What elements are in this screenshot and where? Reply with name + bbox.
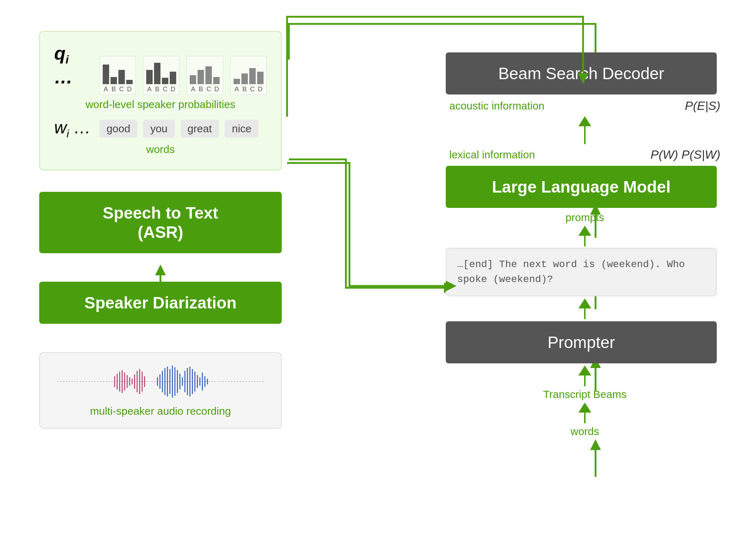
svg-rect-40 [182, 377, 183, 386]
svg-rect-47 [199, 377, 200, 386]
audio-box: multi-speaker audio recording [39, 352, 282, 429]
svg-rect-23 [129, 377, 130, 386]
bar-chart-4: A B C D [230, 56, 267, 95]
svg-rect-27 [139, 369, 140, 394]
bar [111, 77, 117, 84]
svg-rect-21 [124, 373, 125, 390]
svg-rect-26 [137, 371, 138, 392]
svg-rect-36 [172, 365, 173, 398]
bar [213, 77, 220, 84]
word-tag-good: good [99, 120, 138, 138]
bar-labels-1: A B C D [103, 86, 133, 93]
right-column: Beam Search Decoder acoustic information… [446, 52, 724, 438]
svg-rect-32 [162, 371, 163, 392]
bar [118, 70, 125, 84]
prompt-box: …[end] The next word is (weekend). Who s… [446, 248, 717, 296]
word-tag-nice: nice [225, 120, 259, 138]
speaker-diarization-box: Speaker Diarization [39, 282, 282, 324]
svg-rect-25 [134, 374, 135, 389]
svg-rect-50 [207, 379, 208, 384]
qi-label: qi … [54, 42, 90, 95]
svg-rect-49 [204, 376, 205, 387]
bar [249, 68, 256, 84]
word-tag-you: you [143, 120, 174, 138]
prompter-label: Prompter [547, 333, 615, 352]
acoustic-info-label: acoustic information [449, 100, 545, 112]
acoustic-math: P(E|S) [685, 99, 720, 113]
transcript-label-row: Transcript Beams [446, 388, 724, 400]
bar-chart-2: A B C D [143, 56, 179, 95]
prompt-text: …[end] The next word is (weekend). Who s… [457, 259, 685, 285]
prob-bar-row: qi … A B C D [54, 42, 267, 95]
arrow-up-3 [446, 296, 724, 321]
svg-rect-37 [174, 367, 175, 396]
svg-rect-48 [202, 373, 203, 390]
prompter-box: Prompter [446, 321, 717, 363]
arrow-up-2 [446, 224, 724, 248]
svg-rect-20 [122, 370, 123, 393]
svg-rect-24 [132, 379, 133, 384]
svg-rect-29 [144, 376, 145, 387]
svg-rect-35 [169, 369, 170, 394]
llm-label: Large Language Model [492, 178, 671, 196]
svg-rect-33 [164, 368, 165, 395]
svg-rect-34 [167, 367, 168, 397]
prompts-row: prompts [446, 208, 724, 224]
llm-box: Large Language Model [446, 166, 717, 208]
bar [126, 80, 133, 84]
probabilities-box: qi … A B C D [39, 31, 282, 170]
arrow-up-1 [446, 113, 724, 148]
words-label-right-row: words [446, 425, 724, 438]
lexical-info-row: lexical information P(W) P(S|W) [446, 148, 724, 166]
prompts-label: prompts [566, 211, 604, 224]
acoustic-info-row: acoustic information P(E|S) [446, 94, 724, 113]
bar [241, 73, 248, 84]
svg-marker-9 [590, 439, 601, 450]
svg-rect-41 [184, 371, 185, 392]
lexical-info-label: lexical information [449, 149, 535, 161]
bar-chart-1: A B C D [99, 56, 136, 95]
svg-rect-31 [159, 374, 160, 389]
bar [205, 66, 212, 84]
svg-rect-28 [142, 372, 143, 392]
left-column: qi … A B C D [39, 31, 289, 429]
beam-search-label: Beam Search Decoder [498, 64, 664, 83]
prob-label: word-level speaker probabilities [54, 98, 267, 111]
speech-to-text-box: Speech to Text(ASR) [39, 192, 282, 253]
bar [170, 72, 176, 84]
bar [257, 72, 264, 84]
svg-rect-38 [177, 370, 178, 393]
svg-rect-45 [194, 372, 195, 392]
bar [103, 65, 109, 84]
svg-rect-43 [189, 367, 190, 397]
words-row: wi … good you great nice [54, 118, 267, 140]
svg-rect-19 [119, 372, 120, 392]
words-label-left: words [54, 143, 267, 155]
words-label-right: words [571, 425, 599, 438]
svg-rect-39 [179, 374, 180, 389]
bar [190, 75, 196, 84]
diagram-container: qi … A B C D [0, 0, 756, 547]
speaker-diarization-label: Speaker Diarization [85, 293, 237, 312]
bar [146, 70, 153, 84]
beam-search-box: Beam Search Decoder [446, 52, 717, 94]
audio-label: multi-speaker audio recording [90, 405, 231, 417]
bar-chart-3: A B C D [187, 56, 223, 95]
svg-rect-17 [114, 376, 115, 387]
waveform-svg [57, 364, 264, 399]
svg-rect-22 [127, 375, 128, 388]
transcript-label: Transcript Beams [543, 388, 627, 400]
bar [198, 70, 204, 84]
svg-rect-42 [187, 368, 188, 395]
lexical-math: P(W) P(S|W) [650, 148, 720, 162]
svg-rect-44 [192, 369, 193, 394]
svg-rect-18 [117, 374, 118, 389]
arrow-up-5 [446, 400, 724, 425]
speech-to-text-label: Speech to Text(ASR) [103, 204, 218, 241]
bar [162, 78, 168, 84]
svg-rect-46 [197, 375, 198, 388]
word-tag-great: great [180, 120, 219, 138]
bar [154, 63, 160, 84]
bar [234, 79, 240, 84]
arrow-up-4 [446, 363, 724, 388]
